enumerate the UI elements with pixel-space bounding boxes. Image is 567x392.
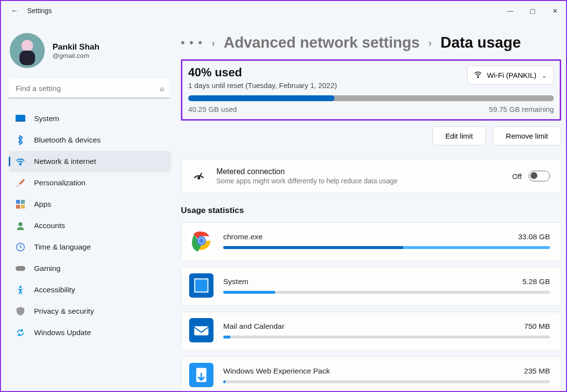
search-box[interactable]: ⌕	[9, 79, 169, 98]
sidebar-item-label: System	[34, 114, 59, 123]
breadcrumb: • • • › Advanced network settings › Data…	[181, 34, 561, 52]
sidebar-item-label: Apps	[34, 200, 51, 209]
sidebar-item-personalization[interactable]: Personalization	[9, 172, 171, 194]
search-input[interactable]	[16, 84, 160, 93]
app-name: Mail and Calendar	[223, 322, 284, 331]
svg-rect-2	[19, 51, 35, 65]
app-usage-row[interactable]: Windows Web Experience Pack235 MB	[181, 356, 561, 391]
app-usage-row[interactable]: Mail and Calendar750 MB	[181, 312, 561, 351]
sidebar-item-accessibility[interactable]: Accessibility	[9, 279, 171, 301]
accounts-icon	[16, 221, 25, 231]
bluetooth-icon	[16, 135, 25, 145]
app-usage-bar	[223, 380, 550, 383]
sidebar-item-network[interactable]: Network & internet	[9, 151, 171, 172]
sidebar-item-label: Accessibility	[34, 285, 75, 294]
sidebar-item-privacy[interactable]: Privacy & security	[9, 301, 171, 322]
profile-name: Pankil Shah	[53, 42, 99, 52]
usage-remaining-label: 59.75 GB remaining	[489, 105, 554, 113]
wifi-icon	[474, 70, 482, 80]
minimize-button[interactable]: —	[499, 3, 521, 18]
chevron-right-icon: ›	[212, 37, 215, 49]
titlebar: ← Settings — ▢ ✕	[1, 1, 566, 20]
network-icon	[16, 157, 25, 166]
app-usage-value: 750 MB	[524, 322, 550, 331]
svg-rect-26	[194, 326, 208, 336]
profile-block[interactable]: Pankil Shah @gmail.com	[9, 29, 171, 77]
metered-connection-card: Metered connection Some apps might work …	[181, 159, 561, 193]
svg-rect-3	[16, 115, 25, 122]
sidebar-item-windows-update[interactable]: Windows Update	[9, 322, 171, 343]
chevron-right-icon: ›	[428, 37, 432, 49]
chevron-down-icon: ⌄	[541, 71, 548, 80]
system-icon	[16, 114, 25, 124]
usage-stats-heading: Usage statistics	[181, 206, 561, 215]
window-title: Settings	[27, 7, 52, 15]
breadcrumb-overflow[interactable]: • • •	[181, 36, 203, 49]
usage-used-label: 40.25 GB used	[188, 105, 237, 113]
edit-limit-button[interactable]: Edit limit	[432, 126, 486, 145]
app-icon	[189, 363, 213, 387]
sidebar-item-label: Time & language	[34, 243, 91, 251]
app-usage-row[interactable]: chrome.exe33.08 GB	[181, 222, 561, 261]
svg-rect-13	[16, 266, 25, 271]
personalization-icon	[16, 178, 25, 188]
sidebar-item-accounts[interactable]: Accounts	[9, 215, 171, 236]
avatar	[10, 33, 45, 68]
svg-rect-6	[19, 179, 25, 185]
time-language-icon	[16, 242, 25, 252]
svg-rect-10	[21, 205, 25, 209]
svg-rect-4	[16, 121, 25, 122]
app-usage-value: 5.28 GB	[522, 277, 550, 286]
app-icon	[189, 273, 213, 298]
sidebar-item-system[interactable]: System	[9, 108, 171, 129]
close-button[interactable]: ✕	[544, 3, 566, 18]
network-selector[interactable]: Wi-Fi (PANKIL) ⌄	[467, 66, 554, 85]
breadcrumb-current: Data usage	[441, 34, 521, 52]
sidebar-item-bluetooth[interactable]: Bluetooth & devices	[9, 129, 171, 151]
svg-rect-9	[16, 205, 20, 209]
nav-list: SystemBluetooth & devicesNetwork & inter…	[9, 108, 171, 343]
profile-email: @gmail.com	[53, 52, 99, 59]
search-icon: ⌕	[160, 84, 164, 92]
svg-point-1	[21, 40, 33, 52]
usage-reset-label: 1 days until reset (Tuesday, February 1,…	[188, 81, 337, 89]
svg-rect-8	[21, 200, 25, 204]
accessibility-icon	[16, 285, 25, 295]
app-icon	[189, 229, 213, 253]
sidebar-item-apps[interactable]: Apps	[9, 194, 171, 215]
back-button[interactable]: ←	[11, 6, 18, 15]
apps-icon	[16, 199, 25, 209]
svg-rect-7	[16, 200, 20, 204]
app-usage-bar	[223, 246, 550, 249]
sidebar-item-label: Gaming	[34, 264, 60, 273]
sidebar-item-label: Personalization	[34, 178, 86, 187]
app-usage-value: 33.08 GB	[518, 232, 550, 241]
svg-point-16	[198, 177, 200, 179]
remove-limit-button[interactable]: Remove limit	[493, 126, 561, 145]
app-usage-bar	[223, 336, 550, 339]
windows-update-icon	[16, 328, 25, 338]
sidebar-item-label: Privacy & security	[34, 307, 94, 316]
metered-state-label: Off	[512, 172, 522, 180]
sidebar-item-gaming[interactable]: Gaming	[9, 258, 171, 279]
app-usage-row[interactable]: System5.28 GB	[181, 267, 561, 306]
main-content: • • • › Advanced network settings › Data…	[176, 20, 566, 391]
app-name: System	[223, 277, 248, 286]
sidebar-item-label: Bluetooth & devices	[34, 136, 101, 144]
svg-point-14	[19, 286, 22, 288]
breadcrumb-parent[interactable]: Advanced network settings	[224, 34, 420, 52]
app-icon	[189, 318, 213, 342]
sidebar-item-label: Windows Update	[34, 328, 91, 337]
gaming-icon	[16, 264, 25, 273]
svg-point-11	[18, 222, 22, 226]
svg-point-15	[478, 77, 478, 78]
sidebar-item-label: Accounts	[34, 221, 65, 230]
sidebar-item-time-language[interactable]: Time & language	[9, 236, 171, 258]
app-usage-value: 235 MB	[524, 367, 550, 375]
metered-toggle[interactable]	[529, 171, 550, 181]
app-name: chrome.exe	[223, 232, 263, 241]
usage-stats-list: chrome.exe33.08 GBSystem5.28 GBMail and …	[181, 222, 561, 391]
usage-progress-bar	[188, 95, 554, 101]
sidebar-item-label: Network & internet	[34, 157, 96, 166]
maximize-button[interactable]: ▢	[521, 3, 544, 18]
